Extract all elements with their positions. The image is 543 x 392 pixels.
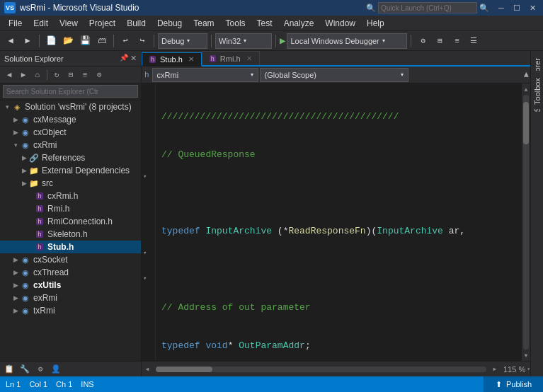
se-collapse-btn[interactable]: ⊟	[64, 69, 77, 81]
solution-icon: ◈	[11, 102, 23, 112]
tree-item-cxsocket[interactable]: ▶ ◉ cxSocket	[0, 253, 141, 266]
new-file-button[interactable]: 📄	[43, 33, 59, 49]
solution-explorer-panel: Solution Explorer 📌 ✕ ◀ ▶ ⌂ ↻ ⊟ ≡ ⚙ ▾	[0, 51, 142, 376]
tree-item-cxutils[interactable]: ▶ ◉ cxUtils	[0, 279, 141, 292]
se-back-btn[interactable]: ◀	[3, 69, 16, 81]
folder-icon: 📁	[28, 178, 40, 188]
scope-dropdown[interactable]: cxRmi ▾	[152, 68, 258, 82]
se-home-btn[interactable]: ⌂	[31, 69, 44, 81]
code-line-3	[161, 187, 516, 200]
menu-bar: File Edit View Project Build Debug Team …	[0, 16, 543, 31]
menu-tools[interactable]: Tools	[220, 17, 251, 30]
tab-close-btn2[interactable]: ✕	[246, 54, 252, 62]
tree-label: Rmi.h	[47, 204, 69, 214]
folder-icon: 📁	[28, 166, 40, 175]
menu-test[interactable]: Test	[251, 17, 278, 30]
menu-edit[interactable]: Edit	[28, 17, 54, 30]
se-settings-btn[interactable]: ⚙	[93, 69, 105, 81]
scroll-down-arrow[interactable]: ▼	[522, 351, 530, 359]
undo-button[interactable]: ↩	[118, 33, 133, 49]
tree-label: cxSocket	[33, 255, 68, 265]
toolbar-extra-3[interactable]: ≡	[449, 33, 464, 49]
tree-item-src[interactable]: ▶ 📁 src	[0, 177, 141, 190]
tab-label: Rmi.h	[220, 54, 241, 63]
menu-analyze[interactable]: Analyze	[278, 17, 320, 30]
forward-button[interactable]: ▶	[20, 33, 35, 49]
tree-item-cxthread[interactable]: ▶ ◉ cxThread	[0, 266, 141, 279]
expand-icon: ▶	[11, 269, 20, 276]
back-button[interactable]: ◀	[3, 33, 18, 49]
header-icon: h	[34, 191, 45, 201]
tree-item-ext-deps[interactable]: ▶ 📁 External Dependencies	[0, 164, 141, 177]
minimize-button[interactable]: ─	[495, 3, 508, 13]
tree-item-exrmi[interactable]: ▶ ◉ exRmi	[0, 292, 141, 304]
gutter: ▾ ▾ ▾	[142, 83, 156, 361]
tree-item-cxobject[interactable]: ▶ ◉ cxObject	[0, 126, 141, 139]
menu-project[interactable]: Project	[84, 17, 121, 30]
toolbox-tab[interactable]: Toolbox	[530, 71, 543, 109]
code-content[interactable]: ////////////////////////////////////////…	[156, 83, 522, 361]
toolbar-extra-1[interactable]: ⚙	[415, 33, 430, 49]
toolbar-extra-2[interactable]: ⊞	[432, 33, 447, 49]
se-bottom-btn-1[interactable]: 📋	[3, 363, 16, 376]
save-button[interactable]: 💾	[77, 33, 93, 49]
debugger-dropdown[interactable]: Local Windows Debugger ▾	[287, 33, 407, 49]
scroll-thumb[interactable]	[523, 102, 529, 144]
tab-close-btn[interactable]: ✕	[188, 55, 194, 63]
tree-item-skeleton-h[interactable]: ▶ h Skeleton.h	[0, 228, 141, 241]
tree-item-cxrmi[interactable]: ▾ ◉ cxRmi	[0, 139, 141, 151]
tree-item-cxmessage[interactable]: ▶ ◉ cxMessage	[0, 113, 141, 126]
search-submit-icon[interactable]: 🔍	[479, 4, 489, 13]
menu-debug[interactable]: Debug	[152, 17, 188, 30]
se-pin-button[interactable]: 📌	[120, 54, 128, 63]
h-scroll-left[interactable]: ◀	[142, 364, 153, 375]
platform-dropdown[interactable]: Win32 ▾	[215, 33, 272, 49]
vertical-scrollbar[interactable]: ▲ ▼	[522, 83, 530, 361]
tree-item-rmi-h[interactable]: ▶ h Rmi.h	[0, 202, 141, 215]
fold-marker-2[interactable]: ▾	[143, 249, 147, 257]
expand-icon: ▶	[11, 116, 20, 123]
scroll-up-arrow[interactable]: ▲	[522, 85, 530, 93]
h-scroll-right[interactable]: ▶	[489, 364, 501, 375]
se-bottom-btn-4[interactable]: 👤	[50, 363, 62, 376]
debug-config-dropdown[interactable]: Debug ▾	[158, 33, 207, 49]
se-bottom-btn-2[interactable]: 🔧	[18, 363, 31, 376]
menu-file[interactable]: File	[3, 17, 28, 30]
se-bottom-btn-3[interactable]: ⚙	[34, 363, 47, 376]
open-file-button[interactable]: 📂	[60, 33, 76, 49]
fold-marker-1[interactable]: ▾	[143, 173, 147, 180]
project-icon: ◉	[20, 255, 31, 265]
fold-marker-3[interactable]: ▾	[143, 275, 147, 282]
close-button[interactable]: ✕	[526, 3, 539, 13]
redo-button[interactable]: ↪	[135, 33, 150, 49]
tree-item-txrmi[interactable]: ▶ ◉ txRmi	[0, 304, 141, 317]
se-filter-btn[interactable]: ≡	[79, 69, 91, 81]
menu-build[interactable]: Build	[121, 17, 152, 30]
tree-item-cxrmi-h[interactable]: ▶ h cxRmi.h	[0, 190, 141, 202]
se-close-button[interactable]: ✕	[130, 54, 137, 63]
maximize-button[interactable]: ☐	[510, 3, 523, 13]
menu-help[interactable]: Help	[361, 17, 390, 30]
se-forward-btn[interactable]: ▶	[17, 69, 30, 81]
tree-item-stub-h[interactable]: ▶ h Stub.h	[0, 241, 141, 253]
se-refresh-btn[interactable]: ↻	[50, 69, 63, 81]
toolbox-label[interactable]: Toolbox	[531, 74, 544, 109]
debug-config-label: Debug	[161, 37, 184, 45]
tree-item-references[interactable]: ▶ 🔗 References	[0, 151, 141, 164]
se-search-input[interactable]	[3, 85, 138, 98]
tab-stub-h[interactable]: h Stub.h ✕	[142, 52, 202, 67]
menu-view[interactable]: View	[54, 17, 84, 30]
tree-item-rmiconn-h[interactable]: ▶ h RmiConnection.h	[0, 215, 141, 228]
tree-item-solution[interactable]: ▾ ◈ Solution 'wsRmi' (8 projects)	[0, 100, 141, 113]
h-scroll-thumb[interactable]	[156, 367, 212, 372]
save-all-button[interactable]: 🗃	[94, 33, 110, 49]
tab-rmi-h[interactable]: h Rmi.h ✕	[202, 51, 260, 65]
publish-button[interactable]: ⬆ Publish	[484, 376, 543, 392]
toolbar-extra-4[interactable]: ☰	[466, 33, 481, 49]
menu-team[interactable]: Team	[188, 17, 219, 30]
tree-label: cxThread	[33, 267, 69, 277]
quick-launch-input[interactable]	[378, 2, 477, 13]
member-dropdown[interactable]: (Global Scope) ▾	[260, 68, 408, 82]
menu-window[interactable]: Window	[319, 17, 361, 30]
scroll-up-icon[interactable]: ▲	[524, 70, 529, 80]
